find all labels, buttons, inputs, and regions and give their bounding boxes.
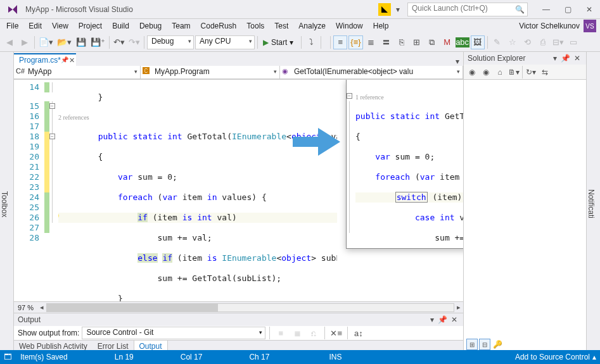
menu-edit[interactable]: Edit bbox=[23, 20, 47, 32]
solexp-home-button[interactable]: ⌂ bbox=[493, 65, 507, 79]
output-btn-1[interactable]: ≡ bbox=[274, 326, 288, 340]
solexp-key-icon[interactable]: 🔑 bbox=[492, 339, 503, 350]
coderush-btn-6[interactable]: ⊞ bbox=[410, 35, 424, 49]
preview-panel: − 1 reference public static int GetTotal… bbox=[346, 80, 463, 249]
output-title: Output bbox=[18, 315, 41, 324]
maximize-button[interactable]: ▢ bbox=[557, 2, 578, 17]
output-btn-3[interactable]: ⎌ bbox=[307, 326, 321, 340]
status-col: Col 17 bbox=[181, 353, 203, 361]
status-save-icon: 🗔 bbox=[4, 353, 11, 361]
menu-debug[interactable]: Debug bbox=[134, 20, 167, 32]
solexp-view-2[interactable]: ⊟ bbox=[479, 339, 490, 350]
coderush-btn-2[interactable]: {≡} bbox=[348, 35, 362, 49]
solexp-fwd-button[interactable]: ◉ bbox=[479, 65, 493, 79]
menu-view[interactable]: View bbox=[47, 20, 73, 32]
menu-tools[interactable]: Tools bbox=[241, 20, 269, 32]
output-pin-icon[interactable]: 📌 bbox=[436, 315, 449, 324]
nav-class-combo[interactable]: 🅲MyApp.Program▾ bbox=[141, 66, 280, 79]
output-close-icon[interactable]: ✕ bbox=[449, 315, 459, 324]
coderush-btn-1[interactable]: ≡ bbox=[333, 35, 347, 49]
undo-button[interactable]: ↶▾ bbox=[112, 35, 126, 49]
code-text-left[interactable]: } 2 references public static int GetTota… bbox=[58, 80, 337, 301]
nav-bar: C#MyApp▾ 🅲MyApp.Program▾ ◉GetTotal(IEnum… bbox=[14, 66, 463, 80]
solexp-body[interactable]: ⊞ ⊟ 🔑 bbox=[464, 80, 586, 353]
tab-overflow-caret[interactable]: ▾ bbox=[452, 57, 463, 66]
menu-bar: File Edit View Project Build Debug Team … bbox=[0, 19, 600, 33]
outline-bar[interactable]: − − bbox=[49, 80, 58, 301]
coderush-btn-13[interactable]: ⟲ bbox=[521, 35, 535, 49]
coderush-btn-11[interactable]: ✎ bbox=[490, 35, 504, 49]
config-combo[interactable]: Debug▾ bbox=[147, 35, 194, 49]
menu-project[interactable]: Project bbox=[73, 20, 107, 32]
start-debug-button[interactable]: ▶Start ▾ bbox=[260, 35, 298, 49]
feedback-icon[interactable]: ▾ bbox=[391, 3, 405, 16]
coderush-btn-8[interactable]: M bbox=[440, 35, 454, 49]
pin-icon[interactable]: 📌 bbox=[61, 56, 68, 63]
code-editor[interactable]: 14 15 16 17 18 19 20 21 22 23 24 25 26 2… bbox=[14, 80, 463, 301]
coderush-btn-15[interactable]: ⊟▾ bbox=[551, 35, 565, 49]
status-ch: Ch 17 bbox=[249, 353, 269, 361]
coderush-btn-10[interactable]: 🖼 bbox=[471, 35, 485, 49]
scroll-left-button[interactable]: ◂ bbox=[37, 303, 46, 311]
menu-test[interactable]: Test bbox=[269, 20, 293, 32]
save-button[interactable]: 💾 bbox=[74, 35, 88, 49]
coderush-btn-4[interactable]: 〓 bbox=[380, 35, 393, 49]
user-badge[interactable]: VS bbox=[584, 20, 596, 32]
status-line: Ln 19 bbox=[115, 353, 134, 361]
output-dropdown-icon[interactable]: ▾ bbox=[428, 315, 436, 324]
coderush-btn-9[interactable]: abc bbox=[456, 37, 469, 47]
menu-file[interactable]: File bbox=[1, 20, 23, 32]
solexp-collapse-button[interactable]: ⇆ bbox=[538, 65, 552, 79]
platform-combo[interactable]: Any CPU▾ bbox=[195, 35, 255, 49]
solexp-refresh-button[interactable]: ↻▾ bbox=[524, 65, 538, 79]
output-btn-4[interactable]: ✕≡ bbox=[329, 326, 343, 340]
output-btn-2[interactable]: ≣ bbox=[290, 326, 304, 340]
notifications-flag-icon[interactable] bbox=[378, 3, 391, 16]
menu-window[interactable]: Window bbox=[331, 20, 368, 32]
menu-analyze[interactable]: Analyze bbox=[293, 20, 331, 32]
horizontal-scrollbar[interactable] bbox=[46, 303, 454, 312]
nav-member-combo[interactable]: ◉GetTotal(IEnumerable<object> valu▾ bbox=[280, 66, 463, 79]
quick-launch-input[interactable]: Quick Launch (Ctrl+Q) 🔍 bbox=[407, 3, 528, 16]
toolbox-tab[interactable]: Toolbox bbox=[0, 52, 14, 353]
solexp-back-button[interactable]: ◉ bbox=[465, 65, 479, 79]
line-number-gutter: 14 15 16 17 18 19 20 21 22 23 24 25 26 2… bbox=[14, 80, 44, 301]
notifications-tab[interactable]: Notificati bbox=[586, 52, 600, 353]
tab-program-cs[interactable]: Program.cs* 📌 ✕ bbox=[14, 53, 76, 66]
coderush-btn-16[interactable]: ▭ bbox=[566, 35, 580, 49]
close-button[interactable]: ✕ bbox=[578, 2, 600, 17]
nav-back-button[interactable]: ◀ bbox=[3, 35, 16, 49]
coderush-btn-14[interactable]: ⎙ bbox=[536, 35, 550, 49]
coderush-btn-12[interactable]: ☆ bbox=[506, 35, 520, 49]
nav-forward-button[interactable]: ▶ bbox=[18, 35, 32, 49]
zoom-combo[interactable]: 97 % bbox=[14, 304, 37, 311]
coderush-btn-3[interactable]: ≣ bbox=[364, 35, 378, 49]
output-btn-5[interactable]: a↕ bbox=[352, 326, 366, 340]
code-text-right[interactable]: 1 reference public static int GetTotal(I… bbox=[355, 80, 463, 248]
solexp-view-1[interactable]: ⊞ bbox=[466, 339, 478, 350]
redo-button[interactable]: ↷▾ bbox=[127, 35, 141, 49]
add-source-control-button[interactable]: Add to Source Control ▴ bbox=[515, 353, 596, 361]
lightbulb-icon[interactable]: 💡 bbox=[58, 213, 61, 223]
new-project-button[interactable]: 📄▾ bbox=[37, 35, 54, 49]
solexp-dropdown-icon[interactable]: ▾ bbox=[551, 54, 559, 63]
nav-project-combo[interactable]: C#MyApp▾ bbox=[14, 66, 141, 79]
open-file-button[interactable]: 📂▾ bbox=[56, 35, 73, 49]
coderush-btn-5[interactable]: ⎘ bbox=[395, 35, 409, 49]
menu-build[interactable]: Build bbox=[107, 20, 134, 32]
solexp-close-icon[interactable]: ✕ bbox=[572, 54, 582, 63]
menu-help[interactable]: Help bbox=[368, 20, 394, 32]
save-all-button[interactable]: 💾⁺ bbox=[89, 35, 106, 49]
minimize-button[interactable]: — bbox=[535, 2, 557, 17]
coderush-btn-7[interactable]: ⧉ bbox=[425, 35, 439, 49]
user-name-label[interactable]: Victor Schelkunov bbox=[519, 22, 580, 30]
close-tab-icon[interactable]: ✕ bbox=[69, 56, 75, 65]
scroll-right-button[interactable]: ▸ bbox=[454, 303, 463, 311]
menu-coderush[interactable]: CodeRush bbox=[196, 20, 242, 32]
status-ins: INS bbox=[329, 353, 341, 361]
solexp-sync-button[interactable]: 🗎▾ bbox=[507, 65, 521, 79]
step-button[interactable]: ⤵ bbox=[304, 35, 318, 49]
output-source-combo[interactable]: Source Control - Git▾ bbox=[82, 327, 265, 339]
solexp-pin-icon[interactable]: 📌 bbox=[559, 54, 572, 63]
menu-team[interactable]: Team bbox=[167, 20, 195, 32]
